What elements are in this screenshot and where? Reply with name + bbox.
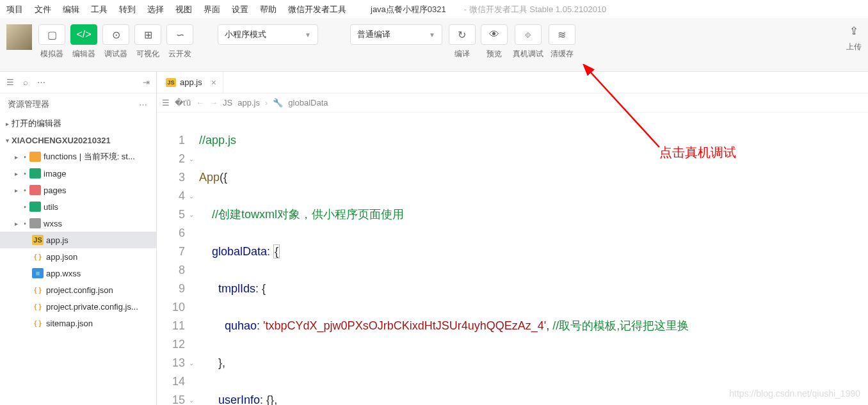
tree-section-open-editors[interactable]: ▸打开的编辑器	[0, 115, 156, 132]
compile-select-value: 普通编译	[357, 29, 390, 40]
debugger-label: 调试器	[104, 49, 127, 60]
tree-item[interactable]: ▸•wxss	[0, 215, 156, 232]
debugger-button[interactable]: ⊙	[102, 24, 129, 45]
crumb-sep: ›	[265, 98, 268, 107]
window-title: java点餐小程序0321	[371, 4, 446, 15]
menu-file[interactable]: 文件	[35, 4, 51, 15]
simulator-button[interactable]: ▢	[38, 24, 65, 45]
preview-button[interactable]: 👁	[481, 24, 508, 45]
visual-button[interactable]: ⊞	[134, 24, 161, 45]
menu-project[interactable]: 项目	[6, 4, 23, 15]
tree-item[interactable]: { }project.private.config.js...	[0, 298, 156, 315]
mode-select[interactable]: 小程序模式▼	[218, 24, 318, 45]
sidebar-more-icon[interactable]: ⋯	[139, 100, 149, 109]
crumb-symbol[interactable]: globalData	[288, 98, 328, 107]
tab-app-js[interactable]: JS app.js ×	[159, 72, 223, 93]
remote-debug-button[interactable]: ⟐	[515, 24, 542, 45]
menu-tool[interactable]: 工具	[91, 4, 108, 15]
cloud-button[interactable]: ∽	[166, 24, 193, 45]
tree-item[interactable]: { }app.json	[0, 248, 156, 265]
window-subtitle: - 微信开发者工具 Stable 1.05.2102010	[464, 4, 607, 15]
upload-icon[interactable]: ⇪	[849, 24, 858, 38]
tree-item[interactable]: { }sitemap.json	[0, 315, 156, 331]
tree-item-label: app.wxss	[46, 269, 81, 278]
breadcrumb: ☰ �ťũ ← → JS app.js › 🔧 globalData	[157, 93, 868, 113]
chevron-down-icon: ▼	[305, 31, 311, 38]
project-name: XIAOCHENGXU20210321	[12, 136, 111, 145]
sidebar-tool-icons: ☰ ⌕ ⋯ ⇥	[0, 72, 156, 93]
tree-item-label: image	[44, 169, 66, 179]
mode-select-value: 小程序模式	[225, 29, 266, 40]
more-icon[interactable]: ⋯	[37, 77, 45, 87]
tree-item[interactable]: •utils	[0, 198, 156, 215]
tree-item-label: sitemap.json	[46, 319, 93, 328]
file-icon	[29, 152, 41, 162]
menubar: 项目 文件 编辑 工具 转到 选择 视图 界面 设置 帮助 微信开发者工具 ja…	[0, 0, 868, 19]
tree-item[interactable]: ≡app.wxss	[0, 265, 156, 282]
remote-debug-label: 真机调试	[513, 49, 543, 60]
tree-item-label: project.private.config.js...	[46, 302, 138, 312]
list-icon[interactable]: ☰	[162, 98, 170, 107]
search-icon[interactable]: ⌕	[23, 77, 28, 87]
menu-edit[interactable]: 编辑	[63, 4, 79, 15]
nav-back-icon[interactable]: ←	[196, 98, 204, 107]
js-file-icon: JS	[166, 78, 176, 87]
upload-label: 上传	[846, 42, 862, 52]
file-icon	[29, 185, 41, 195]
clear-cache-button[interactable]: ≋	[549, 24, 575, 45]
file-icon: { }	[32, 301, 44, 312]
crumb-file[interactable]: app.js	[237, 98, 260, 107]
sidebar-header: 资源管理器 ⋯	[0, 93, 156, 115]
line-gutter: 12⌄34⌄5⌄678910111213⌄1415⌄	[157, 113, 194, 405]
file-icon	[29, 202, 41, 212]
tree-item[interactable]: ▸•image	[0, 165, 156, 182]
file-icon: { }	[32, 318, 44, 328]
close-icon[interactable]: ×	[211, 77, 216, 88]
tree-item-label: project.config.json	[46, 285, 113, 295]
simulator-label: 模拟器	[40, 49, 63, 60]
tree-item[interactable]: ▸•functions | 当前环境: st...	[0, 148, 156, 165]
file-icon: { }	[32, 251, 44, 262]
file-icon: ≡	[32, 268, 44, 278]
list-icon[interactable]: ☰	[6, 77, 14, 87]
sidebar-title: 资源管理器	[8, 99, 49, 110]
collapse-icon[interactable]: ⇥	[143, 77, 150, 87]
clear-cache-label: 清缓存	[551, 49, 574, 60]
tab-bar: JS app.js ×	[157, 72, 868, 93]
file-icon: JS	[32, 235, 44, 245]
compile-select[interactable]: 普通编译▼	[350, 24, 442, 45]
compile-button[interactable]: ↻	[449, 24, 476, 45]
tree-item[interactable]: { }project.config.json	[0, 282, 156, 298]
menu-settings[interactable]: 设置	[232, 4, 248, 15]
sidebar: ☰ ⌕ ⋯ ⇥ 资源管理器 ⋯ ▸打开的编辑器 ▾XIAOCHENGXU2021…	[0, 72, 157, 405]
tree-project-root[interactable]: ▾XIAOCHENGXU20210321	[0, 132, 156, 148]
menu-help[interactable]: 帮助	[260, 4, 277, 15]
tree-item-label: pages	[44, 186, 66, 195]
menu-select[interactable]: 选择	[147, 4, 164, 15]
code-editor[interactable]: 12⌄34⌄5⌄678910111213⌄1415⌄ //app.js App(…	[157, 113, 868, 405]
compile-label: 编译	[454, 49, 470, 60]
nav-fwd-icon[interactable]: →	[209, 98, 218, 107]
tree-item-label: app.json	[46, 252, 77, 262]
avatar[interactable]	[6, 24, 32, 50]
code-lines[interactable]: //app.js App({ //创建towxml对象，供小程序页面使用 glo…	[194, 113, 868, 405]
file-icon	[29, 168, 41, 179]
preview-label: 预览	[486, 49, 502, 60]
visual-label: 可视化	[136, 49, 159, 60]
menu-goto[interactable]: 转到	[119, 4, 136, 15]
tab-label: app.js	[180, 77, 202, 87]
editor-area: JS app.js × ☰ �ťũ ← → JS app.js › 🔧 glob…	[157, 72, 868, 405]
menu-wechat-devtools[interactable]: 微信开发者工具	[288, 4, 346, 15]
js-file-icon: JS	[223, 98, 232, 107]
watermark: https://blog.csdn.net/qiushi_1990	[729, 388, 860, 399]
wrench-icon: 🔧	[273, 98, 283, 107]
menu-view[interactable]: 视图	[175, 4, 192, 15]
editor-button[interactable]: </>	[70, 24, 97, 45]
tree-item[interactable]: JSapp.js	[0, 232, 156, 248]
bookmark-icon[interactable]: �ťũ	[175, 98, 191, 107]
menu-interface[interactable]: 界面	[204, 4, 220, 15]
tree-item-label: app.js	[46, 235, 68, 245]
cloud-label: 云开发	[168, 49, 191, 60]
file-icon	[29, 218, 41, 228]
tree-item[interactable]: ▸•pages	[0, 182, 156, 198]
